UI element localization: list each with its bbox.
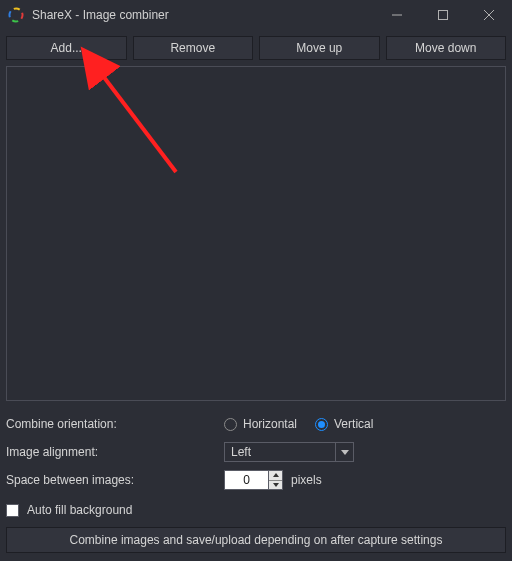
window-title: ShareX - Image combiner [32,8,169,22]
chevron-down-icon [341,450,349,455]
space-row: Space between images: 0 pixels [6,467,506,493]
sharex-logo-icon [8,7,24,23]
minimize-button[interactable] [374,0,420,30]
close-button[interactable] [466,0,512,30]
radio-icon [224,418,237,431]
autofill-row: Auto fill background [0,495,512,525]
window-controls [374,0,512,30]
space-input-group: 0 pixels [224,470,322,490]
orientation-horizontal-radio[interactable]: Horizontal [224,417,297,431]
toolbar: Add... Remove Move up Move down [0,30,512,66]
image-list-container [6,66,506,401]
space-spinner [268,470,283,490]
radio-label: Vertical [334,417,373,431]
moveup-button[interactable]: Move up [259,36,380,60]
radio-label: Horizontal [243,417,297,431]
orientation-vertical-radio[interactable]: Vertical [315,417,373,431]
space-label: Space between images: [6,473,224,487]
add-button[interactable]: Add... [6,36,127,60]
svg-rect-5 [439,11,448,20]
maximize-button[interactable] [420,0,466,30]
orientation-row: Combine orientation: Horizontal Vertical [6,411,506,437]
space-input[interactable]: 0 [224,470,268,490]
alignment-dropdown-button[interactable] [336,442,354,462]
autofill-label: Auto fill background [27,503,132,517]
chevron-up-icon [273,473,279,477]
orientation-radios: Horizontal Vertical [224,417,373,431]
alignment-label: Image alignment: [6,445,224,459]
svg-line-7 [484,10,494,20]
alignment-select[interactable]: Left [224,442,354,462]
svg-line-6 [484,10,494,20]
orientation-label: Combine orientation: [6,417,224,431]
autofill-checkbox[interactable] [6,504,19,517]
combine-button[interactable]: Combine images and save/upload depending… [6,527,506,553]
remove-button[interactable]: Remove [133,36,254,60]
alignment-row: Image alignment: Left [6,439,506,465]
space-step-up[interactable] [269,471,282,480]
space-unit: pixels [291,473,322,487]
radio-icon [315,418,328,431]
titlebar: ShareX - Image combiner [0,0,512,30]
movedown-button[interactable]: Move down [386,36,507,60]
form: Combine orientation: Horizontal Vertical… [0,411,512,495]
window: ShareX - Image combiner Add... Remove Mo… [0,0,512,561]
chevron-down-icon [273,483,279,487]
alignment-value: Left [224,442,336,462]
image-list[interactable] [6,66,506,401]
space-step-down[interactable] [269,480,282,490]
